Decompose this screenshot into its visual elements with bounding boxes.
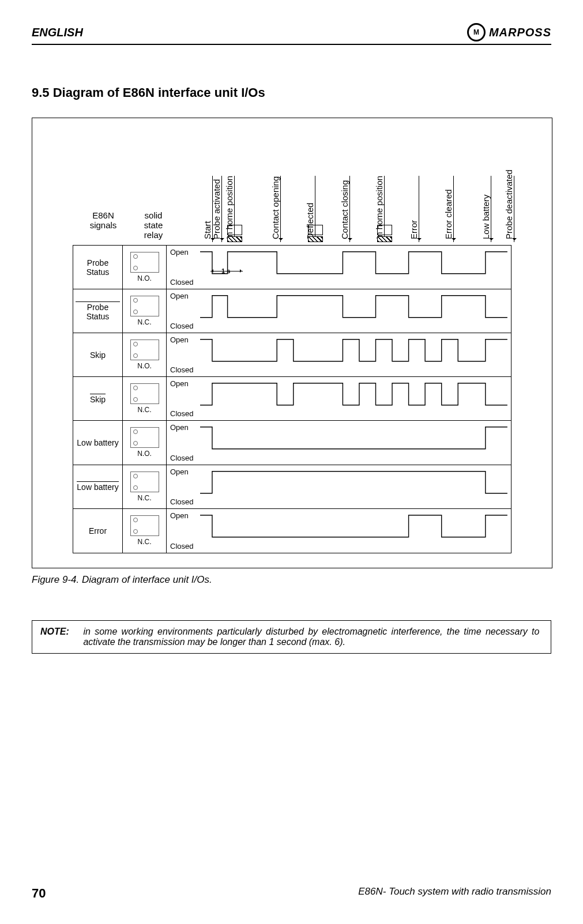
brand-logo: M MARPOSS (467, 23, 551, 42)
signal-name-cell: Probe Status (73, 246, 123, 289)
event-label: Low battery (481, 194, 491, 239)
position-marker-icon (308, 225, 323, 235)
open-label: Open (170, 379, 189, 388)
closed-label: Closed (170, 322, 193, 330)
relay-type: N.O. (137, 362, 152, 370)
waveform-cell: OpenClosed (167, 465, 511, 508)
closed-label: Closed (170, 454, 193, 462)
signal-row: Probe StatusN.O.OpenClosed1 s (73, 246, 511, 289)
waveform-icon (200, 512, 507, 540)
event-label: Probe deactivated (504, 169, 514, 239)
signal-row: Low batteryN.C.OpenClosed (73, 465, 511, 509)
waveform-icon (200, 249, 507, 277)
waveform-icon (200, 380, 507, 408)
signal-name-cell: Skip (73, 333, 123, 376)
section-number: 9.5 (32, 85, 50, 100)
language-label: ENGLISH (32, 26, 83, 39)
open-label: Open (170, 248, 189, 257)
event-arrow-icon (221, 176, 222, 242)
signal-name: Low battery (77, 481, 118, 492)
open-label: Open (170, 335, 189, 344)
waveform-cell: OpenClosed1 s (167, 246, 511, 289)
signals-column-header: E86N signals (83, 210, 123, 230)
signal-name: Probe Status (76, 301, 120, 321)
event-arrow-icon (514, 176, 514, 242)
signal-rows-table: Probe StatusN.O.OpenClosed1 sProbe Statu… (73, 245, 511, 553)
event-arrow-icon (453, 176, 454, 242)
brand-mark-icon: M (467, 23, 486, 42)
relay-symbol-icon (130, 383, 159, 404)
signal-name-cell: Low battery (73, 465, 123, 508)
relay-cell: N.O. (123, 333, 167, 376)
relay-cell: N.O. (123, 421, 167, 464)
event-arrow-icon (349, 176, 350, 242)
waveform-icon (200, 469, 507, 496)
signal-name: Skip (90, 394, 106, 404)
relay-cell: N.C. (123, 509, 167, 553)
relay-type: N.C. (138, 538, 152, 546)
note-text: in some working environments particularl… (83, 627, 539, 647)
signal-name: Low battery (77, 438, 118, 447)
time-marker-arrow-icon (210, 271, 243, 271)
relay-column-header: solid state relay (136, 210, 171, 240)
relay-cell: N.C. (123, 377, 167, 420)
relay-cell: N.C. (123, 289, 167, 333)
figure-caption: Figure 9-4. Diagram of interface unit I/… (32, 574, 551, 586)
signal-name-cell: Probe Status (73, 289, 123, 333)
relay-type: N.O. (137, 274, 152, 282)
event-arrow-icon (419, 176, 419, 242)
event-labels-area: StartProbe activatedIn home positionCont… (182, 118, 540, 245)
relay-symbol-icon (130, 472, 159, 492)
diagram-container: E86N signals solid state relay StartProb… (32, 118, 552, 568)
event-label: Error (409, 220, 419, 239)
waveform-cell: OpenClosed (167, 333, 511, 376)
hatch-icon (377, 236, 392, 242)
open-label: Open (170, 467, 189, 476)
brand-name: MARPOSS (489, 26, 551, 39)
page-number: 70 (32, 886, 46, 901)
signal-name: Probe Status (76, 258, 120, 277)
relay-cell: N.C. (123, 465, 167, 508)
closed-label: Closed (170, 409, 193, 418)
event-label: Error cleared (443, 189, 453, 239)
signal-name-cell: Skip (73, 377, 123, 420)
relay-type: N.O. (137, 450, 152, 458)
section-heading: 9.5 Diagram of E86N interface unit I/Os (32, 85, 551, 100)
signal-row: SkipN.O.OpenClosed (73, 333, 511, 377)
section-title: Diagram of E86N interface unit I/Os (53, 85, 265, 100)
relay-type: N.C. (138, 494, 152, 502)
position-marker-icon (377, 225, 392, 235)
hatch-icon (227, 236, 242, 242)
event-label: Contact opening (270, 176, 280, 239)
relay-cell: N.O. (123, 246, 167, 289)
event-label: Contact closing (340, 180, 349, 239)
relay-symbol-icon (130, 252, 159, 273)
signal-row: Low batteryN.O.OpenClosed (73, 421, 511, 465)
waveform-cell: OpenClosed (167, 509, 511, 553)
page-footer: 70 E86N- Touch system with radio transmi… (32, 886, 551, 901)
waveform-icon (200, 337, 507, 364)
relay-symbol-icon (130, 296, 159, 316)
relay-symbol-icon (130, 340, 159, 360)
closed-label: Closed (170, 365, 193, 374)
closed-label: Closed (170, 542, 193, 550)
open-label: Open (170, 423, 189, 432)
position-marker-icon (227, 225, 242, 235)
page-header: ENGLISH M MARPOSS (32, 23, 551, 45)
hatch-icon (308, 236, 323, 242)
signal-name: Error (89, 526, 107, 535)
signal-row: Probe StatusN.C.OpenClosed (73, 289, 511, 333)
waveform-cell: OpenClosed (167, 421, 511, 464)
signal-name-cell: Low battery (73, 421, 123, 464)
relay-type: N.C. (138, 318, 152, 326)
open-label: Open (170, 292, 189, 300)
event-arrow-icon (491, 176, 491, 242)
waveform-icon (200, 293, 507, 320)
event-label: Start (202, 221, 212, 239)
note-label: NOTE: (40, 627, 81, 637)
signal-row: SkipN.C.OpenClosed (73, 377, 511, 421)
closed-label: Closed (170, 278, 193, 286)
signal-name: Skip (90, 350, 106, 360)
waveform-icon (200, 424, 507, 452)
waveform-cell: OpenClosed (167, 289, 511, 333)
